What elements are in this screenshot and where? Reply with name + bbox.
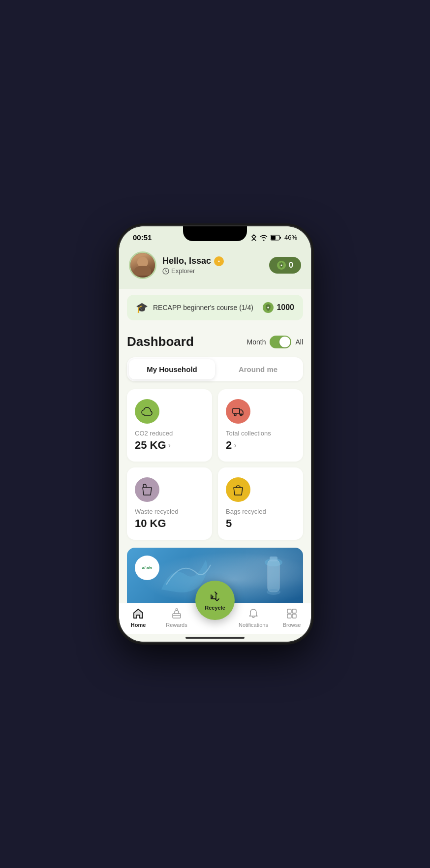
recycle-fab-container: Recycle bbox=[195, 581, 235, 620]
co2-value: 25 KG › bbox=[135, 439, 204, 452]
user-greeting: Hello, Issac bbox=[162, 256, 224, 266]
svg-rect-2 bbox=[280, 237, 281, 239]
svg-rect-19 bbox=[292, 614, 296, 618]
user-info: Hello, Issac bbox=[129, 251, 224, 279]
course-points-icon bbox=[263, 302, 274, 313]
svg-rect-14 bbox=[173, 614, 181, 618]
avatar-image bbox=[130, 253, 155, 278]
bags-value: 5 bbox=[226, 517, 295, 530]
user-text: Hello, Issac bbox=[162, 256, 224, 275]
svg-point-9 bbox=[240, 414, 242, 416]
points-icon bbox=[277, 261, 286, 270]
course-banner[interactable]: 🎓 RECAPP beginner's course (1/4) 1000 bbox=[127, 295, 303, 320]
home-bar bbox=[185, 637, 245, 639]
waste-icon-circle bbox=[135, 477, 159, 502]
co2-chevron: › bbox=[168, 441, 171, 450]
nav-notifications[interactable]: Notifications bbox=[234, 607, 273, 628]
toggle-month-label: Month bbox=[247, 338, 266, 346]
battery-text: 46% bbox=[284, 234, 297, 241]
recycle-button[interactable]: Recycle bbox=[195, 581, 235, 620]
truck-icon bbox=[232, 406, 245, 416]
waste-label: Waste recycled bbox=[135, 508, 204, 515]
toggle-section: Month All bbox=[247, 336, 303, 348]
collections-chevron: › bbox=[234, 441, 236, 450]
dashboard-title: Dashboard bbox=[127, 334, 194, 349]
home-indicator bbox=[119, 634, 311, 642]
nav-rewards[interactable]: Rewards bbox=[157, 607, 196, 628]
nav-browse[interactable]: Browse bbox=[273, 607, 311, 628]
dashboard-header: Dashboard Month All bbox=[127, 334, 303, 349]
svg-point-8 bbox=[234, 414, 236, 416]
phone-frame: 00:51 46% bbox=[119, 226, 311, 642]
bags-label: Bags recycled bbox=[226, 508, 295, 515]
tab-my-household[interactable]: My Household bbox=[129, 359, 215, 379]
home-label: Home bbox=[131, 622, 146, 628]
header: Hello, Issac bbox=[119, 246, 311, 289]
svg-point-5 bbox=[281, 265, 282, 266]
stat-card-bags[interactable]: Bags recycled 5 bbox=[218, 467, 303, 540]
header-content: Hello, Issac bbox=[129, 251, 301, 279]
waste-value: 10 KG bbox=[135, 517, 204, 530]
course-points: 1000 bbox=[263, 302, 294, 313]
bluetooth-icon bbox=[251, 234, 257, 242]
avatar bbox=[129, 251, 156, 279]
svg-rect-11 bbox=[268, 560, 279, 592]
main-content: Dashboard Month All My Household Around … bbox=[119, 326, 311, 603]
stat-card-waste[interactable]: Waste recycled 10 KG bbox=[127, 467, 212, 540]
points-value: 0 bbox=[289, 261, 293, 270]
nav-home[interactable]: Home bbox=[119, 607, 157, 628]
stat-card-co2[interactable]: CO2 reduced 25 KG › bbox=[127, 389, 212, 462]
bottom-section: Recycle Home bbox=[119, 603, 311, 642]
notifications-icon bbox=[247, 607, 260, 620]
home-icon bbox=[132, 607, 145, 620]
svg-point-12 bbox=[267, 589, 280, 595]
collections-label: Total collections bbox=[226, 430, 295, 437]
svg-rect-18 bbox=[287, 614, 291, 618]
explorer-icon bbox=[162, 268, 169, 275]
tab-switcher: My Household Around me bbox=[127, 357, 303, 381]
phone-screen: 00:51 46% bbox=[119, 226, 311, 642]
status-time: 00:51 bbox=[133, 233, 152, 242]
wifi-icon bbox=[260, 235, 268, 241]
scroll-content[interactable]: Hello, Issac bbox=[119, 246, 311, 603]
bags-icon-circle bbox=[226, 477, 250, 502]
toggle-all-label: All bbox=[295, 338, 303, 346]
svg-point-6 bbox=[268, 307, 270, 309]
water-bottle-illustration bbox=[254, 553, 293, 603]
collections-value: 2 › bbox=[226, 439, 295, 452]
svg-rect-7 bbox=[233, 408, 240, 413]
course-text: RECAPP beginner's course (1/4) bbox=[153, 304, 253, 311]
cloud-icon bbox=[141, 406, 154, 417]
status-icons: 46% bbox=[251, 234, 297, 242]
user-role: Explorer bbox=[162, 267, 224, 275]
rewards-icon bbox=[170, 607, 183, 620]
svg-rect-17 bbox=[292, 609, 296, 613]
bag-icon bbox=[142, 483, 153, 496]
stat-card-collections[interactable]: Total collections 2 › bbox=[218, 389, 303, 462]
period-toggle[interactable] bbox=[270, 336, 291, 348]
tab-around-me[interactable]: Around me bbox=[215, 359, 301, 379]
recycle-label: Recycle bbox=[205, 605, 225, 611]
verified-badge-icon bbox=[214, 256, 224, 266]
svg-rect-13 bbox=[270, 557, 277, 561]
notch bbox=[183, 226, 247, 241]
browse-label: Browse bbox=[283, 622, 301, 628]
svg-point-3 bbox=[218, 260, 220, 262]
course-left: 🎓 RECAPP beginner's course (1/4) bbox=[136, 302, 253, 313]
toggle-knob bbox=[279, 337, 290, 347]
course-points-value: 1000 bbox=[276, 303, 294, 312]
stats-grid: CO2 reduced 25 KG › bbox=[127, 389, 303, 540]
graduation-icon: 🎓 bbox=[136, 302, 148, 313]
shopping-bag-icon bbox=[233, 483, 244, 496]
notifications-label: Notifications bbox=[239, 622, 268, 628]
browse-icon bbox=[285, 607, 298, 620]
recycle-icon bbox=[208, 590, 222, 604]
battery-icon bbox=[271, 235, 281, 241]
co2-icon-circle bbox=[135, 399, 159, 424]
collections-icon-circle bbox=[226, 399, 250, 424]
svg-rect-1 bbox=[271, 236, 276, 240]
co2-label: CO2 reduced bbox=[135, 430, 204, 437]
svg-rect-16 bbox=[287, 609, 291, 613]
rewards-label: Rewards bbox=[166, 622, 187, 628]
points-badge: 0 bbox=[269, 257, 301, 274]
